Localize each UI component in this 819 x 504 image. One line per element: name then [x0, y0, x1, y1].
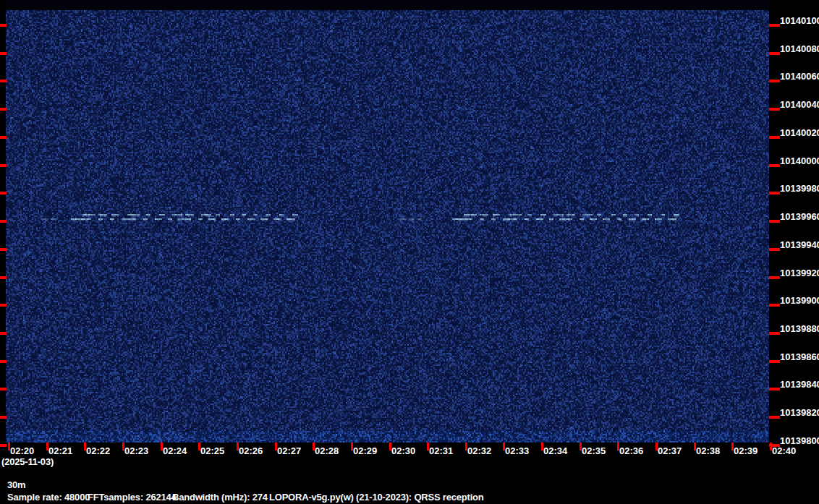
time-label: 02:30 — [391, 446, 415, 456]
frequency-label: 10139880 — [780, 324, 819, 333]
time-label: 02:23 — [124, 446, 148, 456]
time-label: 02:35 — [582, 446, 606, 456]
time-label: 02:20 — [10, 446, 34, 456]
frequency-label: 10139960 — [780, 212, 819, 221]
time-label: 02:32 — [467, 446, 491, 456]
frequency-tick-left — [0, 248, 7, 251]
qrss-grabber-screen: 1014010010140080101400601014004010140020… — [0, 0, 819, 504]
frequency-label: 10139900 — [780, 296, 819, 305]
date-label: (2025-11-03) — [1, 457, 54, 466]
frequency-label: 10140020 — [780, 128, 819, 137]
frequency-tick-left — [0, 108, 7, 111]
frequency-tick-left — [0, 80, 7, 82]
spectrogram-waterfall — [6, 0, 769, 443]
time-label: 02:24 — [163, 446, 187, 456]
frequency-tick-left — [0, 444, 7, 447]
frequency-label: 10139820 — [780, 408, 819, 417]
frequency-label: 10139840 — [780, 380, 819, 389]
frequency-label: 10140080 — [780, 44, 819, 54]
frequency-tick-right — [769, 248, 780, 251]
frequency-tick-left — [0, 332, 7, 335]
frequency-label: 10139940 — [780, 240, 819, 249]
frequency-tick-right — [769, 332, 780, 335]
frequency-tick-right — [769, 192, 780, 195]
frequency-tick-right — [769, 108, 780, 111]
frequency-tick-left — [0, 24, 7, 27]
time-label: 02:36 — [619, 446, 643, 456]
time-label: 02:39 — [734, 446, 758, 456]
frequency-tick-right — [769, 416, 780, 419]
frequency-label: 10139860 — [780, 352, 819, 362]
sample-rate-label: Sample rate: 48000 — [7, 492, 90, 502]
frequency-tick-left — [0, 136, 7, 139]
frequency-tick-left — [0, 220, 7, 223]
frequency-tick-right — [769, 304, 780, 307]
band-label: 30m — [7, 480, 25, 490]
program-label: LOPORA-v5g.py(w) (21-10-2023): QRSS rece… — [269, 492, 484, 502]
frequency-tick-right — [769, 276, 780, 279]
frequency-tick-left — [0, 360, 7, 363]
frequency-label: 10140000 — [780, 156, 819, 166]
time-label: 02:21 — [48, 446, 72, 456]
frequency-tick-left — [0, 164, 7, 167]
time-label: 02:25 — [200, 446, 224, 456]
frequency-label: 10139800 — [780, 436, 819, 445]
frequency-tick-left — [0, 388, 7, 390]
time-label: 02:27 — [277, 446, 301, 456]
time-label: 02:28 — [315, 446, 339, 456]
frequency-tick-right — [769, 220, 780, 223]
bandwidth-label: Bandwidth (mHz): 274 — [172, 492, 268, 502]
frequency-tick-left — [0, 416, 7, 419]
frequency-tick-right — [769, 360, 780, 363]
time-label: 02:22 — [86, 446, 110, 456]
time-label: 02:33 — [505, 446, 529, 456]
frequency-label: 10140060 — [780, 72, 819, 81]
frequency-tick-left — [0, 276, 7, 279]
fft-samples-label: FFTsamples: 262144 — [88, 492, 177, 502]
time-label: 02:34 — [543, 446, 567, 456]
time-label: 02:38 — [696, 446, 720, 456]
frequency-label: 10140040 — [780, 100, 819, 109]
frequency-tick-left — [0, 304, 7, 307]
time-label: 02:26 — [239, 446, 263, 456]
frequency-tick-right — [769, 136, 780, 139]
time-label: 02:37 — [658, 446, 682, 456]
frequency-label: 10140100 — [780, 16, 819, 25]
time-label: 02:40 — [772, 446, 796, 456]
frequency-tick-right — [769, 388, 780, 390]
frequency-tick-left — [0, 192, 7, 195]
frequency-label: 10139920 — [780, 268, 819, 278]
frequency-tick-left — [0, 52, 7, 55]
frequency-tick-right — [769, 164, 780, 167]
time-label: 02:29 — [353, 446, 377, 456]
time-label: 02:31 — [429, 446, 453, 456]
frequency-tick-right — [769, 24, 780, 27]
frequency-tick-right — [769, 52, 780, 55]
frequency-tick-right — [769, 80, 780, 82]
frequency-label: 10139980 — [780, 184, 819, 193]
